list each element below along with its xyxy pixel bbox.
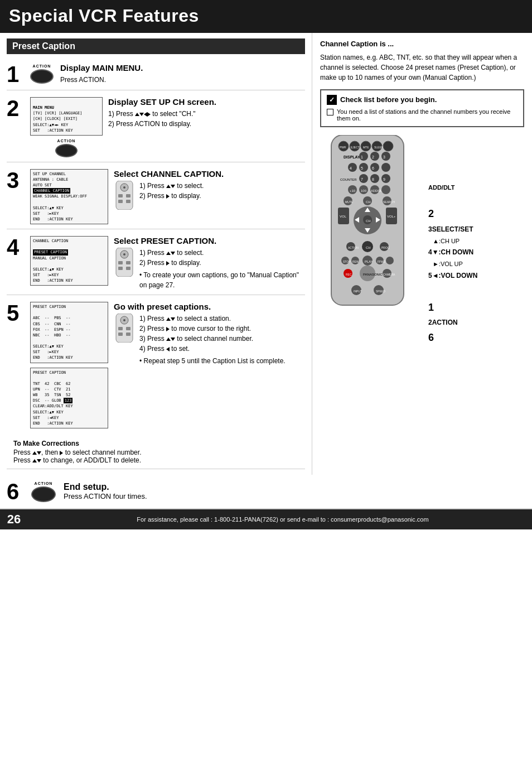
- right-column: Channel Caption is ... Station names, e.…: [312, 33, 532, 475]
- step4-title: Select PRESET CAPTION.: [114, 236, 305, 245]
- step5-title: Go with preset captions.: [114, 302, 305, 311]
- step-number-4: 4: [7, 236, 27, 258]
- svg-text:PANASONIC: PANASONIC: [363, 273, 383, 276]
- svg-text:ACTION: ACTION: [348, 246, 359, 249]
- svg-text:CAMERA: CAMERA: [383, 273, 395, 276]
- svg-rect-5: [118, 200, 123, 203]
- svg-text:DISPLAY: DISPLAY: [344, 155, 360, 159]
- svg-point-44: [381, 163, 390, 172]
- step-6: 6 ACTION End setup. Press ACTION four ti…: [0, 475, 532, 509]
- step2-action-btn: ACTION: [30, 139, 103, 157]
- step-4: 4 CHANNEL CAPTION PRESET CAPTION MANUAL …: [7, 232, 305, 295]
- corrections-title: To Make Corrections: [13, 440, 298, 447]
- svg-text:7: 7: [361, 177, 363, 181]
- svg-text:4: 4: [350, 166, 352, 170]
- channel-caption-info: Channel Caption is ... Station names, e.…: [320, 38, 524, 83]
- svg-text:EJECT: EJECT: [351, 146, 360, 149]
- step4-instructions: 1) Press to select. 2) Press to display.…: [139, 248, 305, 290]
- svg-text:9: 9: [383, 177, 385, 181]
- svg-rect-11: [126, 261, 130, 264]
- step1-title: Display MAIN MENU.: [60, 63, 305, 73]
- step1-body: Press ACTION.: [60, 75, 305, 85]
- step6-action-button: ACTION: [31, 481, 56, 502]
- step-number-5: 5: [7, 302, 27, 324]
- step5-remote-icon: [114, 314, 135, 366]
- svg-text:SLEEP: SLEEP: [374, 146, 384, 149]
- svg-text:MUTE: MUTE: [345, 200, 354, 204]
- svg-text:SEARCH: SEARCH: [383, 200, 395, 204]
- step4-screen: CHANNEL CAPTION PRESET CAPTION MANUAL CA…: [30, 236, 108, 286]
- svg-rect-13: [126, 267, 130, 270]
- svg-rect-10: [118, 261, 123, 264]
- step-3: 3 SET UP CHANNEL ANTENNA : CABLE AUTO SE…: [7, 165, 305, 229]
- label-1: 1: [428, 298, 477, 316]
- step6-title: End setup.: [64, 482, 147, 492]
- svg-text:PROG: PROG: [381, 246, 390, 249]
- page-number: 26: [3, 512, 25, 527]
- channel-caption-title: Channel Caption is ...: [320, 38, 524, 50]
- svg-text:5: 5: [361, 166, 363, 170]
- checkbox: [327, 109, 333, 115]
- svg-text:CH: CH: [366, 219, 371, 223]
- svg-text:6: 6: [372, 166, 374, 170]
- add-dlt-label: ADD/DLT: [428, 182, 477, 194]
- svg-point-9: [123, 253, 125, 256]
- action-button-label: ACTION: [30, 64, 54, 84]
- label-6: 6: [428, 329, 477, 346]
- svg-text:+10: +10: [350, 189, 356, 192]
- svg-rect-18: [126, 327, 130, 330]
- svg-point-2: [123, 186, 125, 189]
- svg-text:COUNTER: COUNTER: [340, 178, 357, 181]
- svg-text:FFWD: FFWD: [378, 260, 386, 263]
- footer: 26 For assistance, please call : 1-800-2…: [0, 509, 532, 529]
- step3-instructions: 1) Press to select. 2) Press to display.: [139, 181, 204, 213]
- step3-content: Select CHANNEL CAPTION.: [114, 169, 305, 213]
- svg-text:SPEED: SPEED: [376, 290, 385, 293]
- step2-screen: MAIN MENU [TV] [VCR] [LANGUAGE] [CH] [CL…: [30, 97, 103, 157]
- svg-text:STOP: STOP: [343, 260, 351, 263]
- step4-content: Select PRESET CAPTION.: [114, 236, 305, 290]
- step3-body: 1) Press to select. 2) Press to display.: [114, 181, 305, 213]
- step1-screen: ACTION: [30, 63, 54, 84]
- svg-text:CH: CH: [366, 246, 371, 249]
- svg-point-26: [383, 141, 393, 151]
- checklist-title: ✓ Check list before you begin.: [327, 95, 518, 105]
- step2-title: Display SET UP CH screen.: [108, 97, 305, 107]
- corrections-line2: Press to change, or ADD/DLT to delete.: [13, 456, 298, 464]
- label-2b: 2ACTION: [428, 317, 477, 329]
- svg-text:REW: REW: [352, 260, 359, 263]
- svg-point-16: [123, 319, 125, 321]
- step5-body: 1) Press to select a station. 2) Press t…: [114, 314, 305, 366]
- svg-text:1: 1: [361, 155, 363, 159]
- label-2: 2: [428, 205, 477, 223]
- svg-text:100: 100: [361, 189, 367, 192]
- svg-text:PWR: PWR: [340, 146, 346, 149]
- step5-screens: PRESET CAPTION ABC -- PBS -- CBS -- CNN …: [30, 302, 108, 428]
- label-4: 4▼:CH DOWN: [428, 247, 477, 259]
- remote-annotations: ADD/DLT 2 3SELECT/SET ▲:CH UP 4▼:CH DOWN…: [428, 135, 477, 347]
- step-number-3: 3: [7, 169, 27, 191]
- checklist-item: You need a list of stations and the chan…: [327, 108, 518, 122]
- label-4b: ►:VOL UP: [433, 259, 477, 270]
- svg-text:INPUT: INPUT: [354, 290, 362, 293]
- svg-rect-6: [126, 200, 130, 203]
- svg-text:VOL: VOL: [340, 215, 347, 218]
- svg-rect-17: [118, 327, 123, 330]
- channel-caption-body: Station names, e.g. ABC, TNT, etc. so th…: [320, 52, 524, 83]
- svg-text:MTE: MTE: [363, 146, 369, 149]
- label-5: 5◄:VOL DOWN: [428, 270, 477, 282]
- step6-content: End setup. Press ACTION four times.: [64, 482, 147, 500]
- svg-point-90: [386, 257, 394, 264]
- page-header: Special VCR Features: [0, 0, 532, 33]
- remote-svg: PWR EJECT MTE SLEEP DISPLAY 1 2 3 4: [320, 135, 426, 347]
- svg-text:CH: CH: [366, 200, 371, 204]
- section-header: Preset Caption: [7, 38, 305, 54]
- step1-content: Display MAIN MENU. Press ACTION.: [60, 63, 305, 85]
- step5-content: Go with preset captions.: [114, 302, 305, 366]
- check-icon: ✓: [327, 95, 337, 105]
- step3-screen: SET UP CHANNEL ANTENNA : CABLE AUTO SET …: [30, 169, 108, 224]
- step-5: 5 PRESET CAPTION ABC -- PBS -- CBS -- CN…: [7, 297, 305, 433]
- svg-rect-3: [118, 194, 123, 197]
- step3-remote-icon: [114, 181, 135, 213]
- svg-text:8: 8: [372, 177, 374, 181]
